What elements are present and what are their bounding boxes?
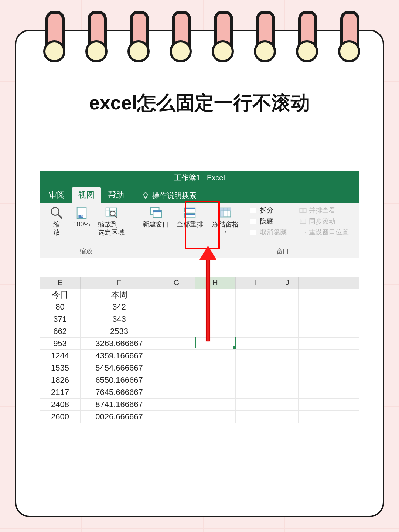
cell[interactable] <box>158 325 195 337</box>
tab-view[interactable]: 视图 <box>72 187 101 203</box>
table-row[interactable]: 24088741.166667 <box>40 399 359 411</box>
cell[interactable]: 662 <box>40 325 81 337</box>
table-row[interactable]: 9533263.666667 <box>40 338 359 350</box>
table-row[interactable]: 15355454.666667 <box>40 362 359 374</box>
cell[interactable]: 343 <box>81 313 158 325</box>
cell[interactable]: 1535 <box>40 362 81 374</box>
tab-review[interactable]: 审阅 <box>42 187 72 203</box>
cell[interactable]: 3263.666667 <box>81 338 158 349</box>
split-button[interactable]: 拆分 <box>248 206 289 215</box>
cell[interactable]: 953 <box>40 338 81 349</box>
cell[interactable] <box>195 301 236 313</box>
cell[interactable] <box>236 362 276 374</box>
tab-help[interactable]: 帮助 <box>101 187 131 203</box>
cell[interactable]: 1244 <box>40 350 81 362</box>
cell[interactable] <box>158 350 195 362</box>
cell[interactable] <box>276 325 299 337</box>
table-row[interactable]: 80342 <box>40 301 359 313</box>
view-side-by-side-button[interactable]: 并排查看 <box>297 206 351 215</box>
cell[interactable] <box>236 289 276 301</box>
cell[interactable] <box>276 411 299 423</box>
cell[interactable] <box>195 362 236 374</box>
cell[interactable]: 6550.166667 <box>81 374 158 386</box>
cell[interactable]: 5454.666667 <box>81 362 158 374</box>
cell[interactable]: 本周 <box>81 289 158 301</box>
cell[interactable]: 371 <box>40 313 81 325</box>
zoom-100-button[interactable]: 100 100% <box>71 205 93 237</box>
sync-scroll-button[interactable]: 同步滚动 <box>297 217 351 226</box>
cell[interactable]: 2600 <box>40 411 81 423</box>
table-row[interactable]: 12444359.166667 <box>40 350 359 362</box>
cell[interactable] <box>158 399 195 410</box>
cell[interactable] <box>158 386 195 398</box>
cell[interactable] <box>195 386 236 398</box>
col-header-I[interactable]: I <box>236 277 276 289</box>
cell[interactable] <box>276 362 299 374</box>
cell[interactable] <box>276 289 299 301</box>
spreadsheet-rows[interactable]: 今日本周8034237134366225339533263.6666671244… <box>40 289 359 423</box>
zoom-button[interactable]: 缩 放 <box>45 205 68 237</box>
hide-button[interactable]: 隐藏 <box>248 217 289 226</box>
cell[interactable] <box>276 350 299 362</box>
cell[interactable] <box>276 399 299 410</box>
table-row[interactable]: 18266550.166667 <box>40 374 359 386</box>
table-row[interactable]: 371343 <box>40 313 359 325</box>
cell[interactable] <box>158 313 195 325</box>
cell[interactable]: 342 <box>81 301 158 313</box>
table-row[interactable]: 26000026.666667 <box>40 411 359 423</box>
cell[interactable] <box>195 374 236 386</box>
cell[interactable]: 今日 <box>40 289 81 301</box>
cell[interactable] <box>195 350 236 362</box>
cell[interactable] <box>236 325 276 337</box>
cell[interactable] <box>195 325 236 337</box>
cell[interactable]: 0026.666667 <box>81 411 158 423</box>
cell[interactable]: 2533 <box>81 325 158 337</box>
cell[interactable] <box>276 338 299 349</box>
reset-window-pos-button[interactable]: 重设窗口位置 <box>297 228 351 237</box>
col-header-J[interactable]: J <box>276 277 299 289</box>
cell[interactable] <box>158 362 195 374</box>
tell-me-search[interactable]: 操作说明搜索 <box>138 188 200 203</box>
cell[interactable] <box>195 399 236 410</box>
col-header-G[interactable]: G <box>158 277 195 289</box>
col-header-H[interactable]: H <box>195 277 236 289</box>
freeze-panes-button[interactable]: 冻结窗格 ▾ <box>208 205 242 235</box>
column-headers[interactable]: E F G H I J <box>40 277 359 289</box>
cell[interactable]: 1826 <box>40 374 81 386</box>
cell[interactable] <box>236 374 276 386</box>
table-row[interactable]: 21177645.666667 <box>40 386 359 399</box>
cell[interactable]: 7645.666667 <box>81 386 158 398</box>
cell[interactable]: 2408 <box>40 399 81 410</box>
spreadsheet[interactable]: E F G H I J 今日本周803423713436622533953326… <box>40 277 359 423</box>
cell[interactable] <box>236 411 276 423</box>
cell[interactable] <box>158 289 195 301</box>
cell[interactable] <box>158 411 195 423</box>
cell[interactable]: 80 <box>40 301 81 313</box>
cell[interactable] <box>236 301 276 313</box>
cell[interactable] <box>276 313 299 325</box>
cell[interactable] <box>195 411 236 423</box>
cell[interactable] <box>276 374 299 386</box>
cell[interactable]: 4359.166667 <box>81 350 158 362</box>
cell[interactable] <box>236 338 276 349</box>
cell[interactable] <box>236 350 276 362</box>
unhide-button[interactable]: 取消隐藏 <box>248 228 289 237</box>
zoom-selection-button[interactable]: 缩放到 选定区域 <box>96 205 127 237</box>
cell[interactable] <box>158 374 195 386</box>
cell[interactable] <box>236 313 276 325</box>
cell[interactable] <box>236 386 276 398</box>
cell[interactable] <box>195 338 236 349</box>
col-header-F[interactable]: F <box>81 277 158 289</box>
cell[interactable] <box>195 313 236 325</box>
cell[interactable] <box>236 399 276 410</box>
cell[interactable] <box>276 301 299 313</box>
arrange-all-button[interactable]: 全部重排 <box>174 205 205 229</box>
cell[interactable] <box>158 338 195 349</box>
table-row[interactable]: 今日本周 <box>40 289 359 301</box>
col-header-E[interactable]: E <box>40 277 81 289</box>
cell[interactable]: 8741.166667 <box>81 399 158 410</box>
cell[interactable]: 2117 <box>40 386 81 398</box>
cell[interactable] <box>158 301 195 313</box>
cell[interactable] <box>195 289 236 301</box>
cell[interactable] <box>276 386 299 398</box>
